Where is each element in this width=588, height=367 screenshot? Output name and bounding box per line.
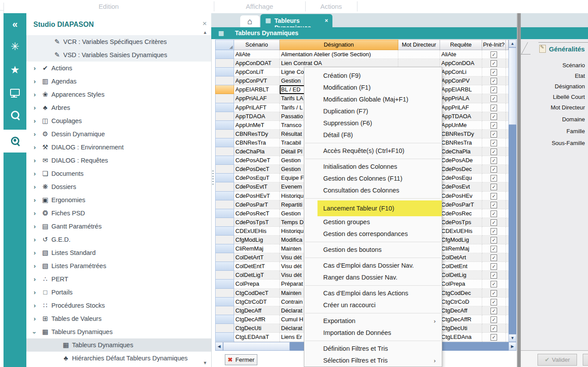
menu-item-suppression-f6[interactable]: Suppression (F6) — [304, 117, 442, 129]
cell-scenario[interactable]: AppConPVT — [234, 76, 280, 85]
checkbox-checked-icon[interactable]: ✓ — [491, 237, 497, 243]
cell-requete[interactable]: CdePosHEv — [440, 192, 482, 200]
row-marker[interactable] — [215, 218, 234, 227]
cell-pre-init[interactable]: ✓ — [482, 218, 506, 227]
tree-item-proc-dures-stocks[interactable]: ›∷Procédures Stocks — [26, 299, 211, 312]
tree-item-pert[interactable]: ›∴PERT — [26, 273, 211, 286]
menu-item-ranger-dans-dossier-nav[interactable]: Ranger dans Dossier Nav. — [304, 272, 442, 283]
cell-pre-init[interactable]: ✓ — [482, 298, 506, 306]
menu-item-gestion-des-colonnes-f11[interactable]: Gestion des Colonnes (F11) — [304, 173, 442, 185]
cell-pre-init[interactable]: ✓ — [482, 85, 506, 94]
tree-item-apparences-styles[interactable]: ›❀Apparences Styles — [26, 88, 211, 101]
chevron-right-icon[interactable]: › — [32, 286, 37, 299]
cell-requete[interactable]: AppTDAOA — [440, 112, 482, 121]
tree-item-arbres[interactable]: ›♣Arbres — [26, 101, 211, 114]
cell-requete[interactable]: AppEIARBL — [440, 85, 482, 94]
menu-item-modification-globale-maj-f1[interactable]: Modification Globale (Maj+F1) — [304, 94, 442, 105]
scroll-down-icon[interactable]: ▼ — [203, 360, 207, 365]
cell-requete[interactable]: AppConPV — [440, 76, 482, 85]
tree-item-ergonomies[interactable]: ›▣Ergonomies — [26, 193, 211, 207]
cell-pre-init[interactable]: ✓ — [482, 50, 506, 59]
cell-requete[interactable]: ColPrepa — [440, 280, 482, 288]
star-icon[interactable]: ★ — [4, 64, 26, 76]
chevron-right-icon[interactable]: › — [32, 220, 37, 233]
tree-item-tableurs-dynamiques[interactable]: ▦Tableurs Dynamiques — [26, 338, 211, 352]
cell-requete[interactable]: AliAte — [440, 50, 482, 59]
checkbox-checked-icon[interactable]: ✓ — [491, 290, 497, 297]
menu-item-initialisation-des-colonnes[interactable]: Initialisation des Colonnes — [304, 161, 442, 173]
tree-item-hi-rarchies-d-faut-tableurs-dynamiques[interactable]: ♣Hiérarchies Défaut Tableurs Dynamiques — [26, 352, 211, 365]
menu-item-cas-d-emploi-dans-dossier-nav[interactable]: Cas d'Emploi dans Dossier Nav. — [304, 260, 442, 272]
checkbox-checked-icon[interactable]: ✓ — [491, 246, 497, 252]
cell-scenario[interactable]: CBNResTDy — [234, 130, 280, 138]
chevron-right-icon[interactable]: › — [32, 101, 37, 114]
tree-item-vsd-variables-saisies-dynamiques[interactable]: ✎VSD : Variables Saisies Dynamiques — [26, 48, 211, 62]
cell-requete[interactable]: ColDetArt — [440, 253, 482, 262]
cell-pre-init[interactable]: ✓ — [482, 121, 506, 130]
cell-scenario[interactable]: CtgDecAff — [234, 306, 280, 315]
checkbox-checked-icon[interactable]: ✓ — [491, 299, 497, 305]
tree-item-tables-de-valeurs[interactable]: ›⊞Tables de Valeurs — [26, 312, 211, 325]
scroll-down-icon[interactable]: ▼ — [509, 334, 516, 342]
vertical-scrollbar[interactable]: ▲ ▼ — [509, 40, 516, 342]
menu-item-acc-s-requ-te-s-ctrl-f10[interactable]: Accès Requête(s) (Ctrl+F10) — [304, 145, 442, 157]
cell-requete[interactable]: CtgCtrCoD — [440, 298, 482, 306]
cell-pre-init[interactable]: ✓ — [482, 68, 506, 76]
checkbox-checked-icon[interactable]: ✓ — [491, 51, 497, 58]
cell-pre-init[interactable]: ✓ — [482, 289, 506, 298]
tab-tableurs-dynamiques[interactable]: ▦ Tableurs Dynamiques × — [260, 14, 332, 27]
cell-requete[interactable]: AppPriALA — [440, 94, 482, 103]
tree-item-vcr-variables-sp-cifiques-crit-res[interactable]: ✎VCR : Variables Spécifiques Critères — [26, 35, 211, 48]
tree-item-listes-param-tr-es[interactable]: ›▧Listes Paramétrées — [26, 259, 211, 273]
cancel-button-partial[interactable]: ✖ — [583, 354, 588, 366]
column-header-designation[interactable]: Désignation — [280, 40, 398, 50]
row-marker[interactable] — [215, 262, 234, 271]
checkbox-checked-icon[interactable]: ✓ — [491, 175, 497, 182]
collapse-sidebar-icon[interactable]: « — [4, 19, 26, 30]
scroll-up-icon[interactable]: ▲ — [509, 40, 516, 47]
menu-actions[interactable]: Actions — [305, 0, 357, 13]
helm-icon[interactable]: ✳ — [4, 40, 26, 53]
row-marker[interactable] — [215, 138, 234, 147]
row-marker[interactable] — [215, 244, 234, 253]
row-marker[interactable] — [215, 209, 234, 218]
tree-item-dialog-requ-tes[interactable]: ›✉DIALOG : Requêtes — [26, 154, 211, 167]
cell-pre-init[interactable]: ✓ — [482, 174, 506, 182]
checkbox-checked-icon[interactable]: ✓ — [491, 149, 497, 155]
cell-requete[interactable]: CdePosDec — [440, 165, 482, 174]
cell-requete[interactable]: CdePosParT — [440, 200, 482, 209]
row-marker[interactable] — [215, 174, 234, 182]
checkbox-checked-icon[interactable]: ✓ — [491, 219, 497, 226]
checkbox-checked-icon[interactable]: ✓ — [491, 166, 497, 173]
column-header-mot-directeur[interactable]: Mot Directeur — [398, 40, 440, 50]
cell-pre-init[interactable]: ✓ — [482, 244, 506, 253]
chevron-right-icon[interactable]: › — [32, 193, 37, 207]
cell-pre-init[interactable]: ✓ — [482, 209, 506, 218]
cell-requete[interactable]: AppConDOA — [440, 59, 482, 68]
cell-scenario[interactable]: CliRemMaj — [234, 244, 280, 253]
chevron-right-icon[interactable]: › — [32, 233, 37, 246]
cell-mot-directeur[interactable] — [398, 50, 440, 59]
menu-item-duplication-f7[interactable]: Duplication (F7) — [304, 105, 442, 117]
tree-item-dossiers[interactable]: ›❋Dossiers — [26, 180, 211, 193]
cell-designation[interactable]: Alimentation Atelier (Sortie Section) — [280, 50, 398, 59]
cell-scenario[interactable]: AppPriLAFT — [234, 103, 280, 112]
checkbox-checked-icon[interactable]: ✓ — [491, 211, 497, 217]
cell-pre-init[interactable]: ✓ — [482, 280, 506, 288]
cell-pre-init[interactable]: ✓ — [482, 192, 506, 200]
close-tab-icon[interactable]: × — [325, 17, 328, 24]
tree-item-agendas[interactable]: ›▥Agendas — [26, 75, 211, 88]
cell-scenario[interactable]: CtgCtrCoDT — [234, 298, 280, 306]
cell-pre-init[interactable]: ✓ — [482, 324, 506, 333]
cell-scenario[interactable]: CdePosParT — [234, 200, 280, 209]
cell-requete[interactable]: AppUnMe — [440, 121, 482, 130]
tree-item-documents[interactable]: ›❏Documents — [26, 167, 211, 180]
cell-scenario[interactable]: CBNResTra — [234, 138, 280, 147]
cell-scenario[interactable]: CDExUEHis — [234, 227, 280, 236]
tree-item-tableurs-dynamiques[interactable]: ›▦Tableurs Dynamiques — [26, 325, 211, 338]
checkbox-checked-icon[interactable]: ✓ — [491, 131, 497, 138]
row-marker[interactable] — [215, 253, 234, 262]
checkbox-checked-icon[interactable]: ✓ — [491, 308, 497, 314]
cell-requete[interactable]: CdePosEqu — [440, 174, 482, 182]
chevron-right-icon[interactable]: › — [32, 154, 37, 167]
